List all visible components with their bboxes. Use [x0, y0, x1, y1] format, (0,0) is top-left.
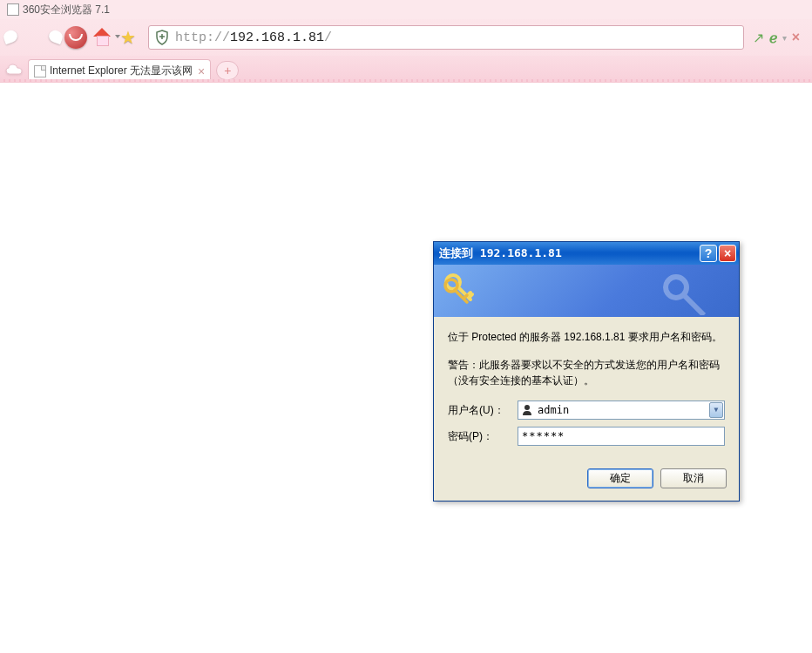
- home-dropdown-icon[interactable]: [115, 35, 120, 38]
- url-text[interactable]: http:// 192.168.1.81 /: [175, 30, 332, 45]
- new-tab-button[interactable]: +: [216, 61, 239, 80]
- page-icon: [34, 65, 46, 77]
- dialog-message-2: 警告：此服务器要求以不安全的方式发送您的用户名和密码（没有安全连接的基本认证）。: [448, 357, 725, 388]
- stop-icon[interactable]: ×: [792, 30, 800, 45]
- username-row: 用户名(U)： admin ▼: [448, 401, 725, 420]
- cancel-button[interactable]: 取消: [660, 468, 727, 488]
- username-combobox[interactable]: admin ▼: [518, 401, 725, 420]
- engine-dropdown-icon[interactable]: ▾: [782, 33, 787, 43]
- password-row: 密码(P)：: [448, 427, 725, 446]
- url-protocol: http://: [175, 30, 230, 45]
- password-label: 密码(P)：: [448, 428, 518, 444]
- new-tab-plus-icon: +: [224, 64, 231, 77]
- dialog-button-bar: 确定 取消: [434, 463, 739, 501]
- username-label: 用户名(U)：: [448, 402, 518, 418]
- app-icon: [7, 3, 19, 16]
- banner-bg-icon: [660, 272, 721, 317]
- forward-wing-icon[interactable]: [35, 27, 61, 48]
- dialog-body: 位于 Protected 的服务器 192.168.1.81 要求用户名和密码。…: [434, 317, 739, 463]
- browser-title-bar: 360安全浏览器 7.1: [0, 0, 812, 19]
- home-icon[interactable]: [91, 26, 113, 49]
- url-host: 192.168.1.81: [230, 30, 324, 45]
- browser-chrome: 360安全浏览器 7.1 ★ http:// 192.168.1.81: [0, 0, 812, 83]
- back-wing-icon[interactable]: [5, 27, 31, 48]
- toolbar-right-icons: ↗ ℯ ▾ ×: [753, 30, 807, 46]
- keys-icon: [443, 272, 481, 313]
- cloud-sync-icon[interactable]: [3, 59, 24, 80]
- browser-toolbar: ★ http:// 192.168.1.81 / ↗ ℯ ▾ ×: [0, 19, 812, 56]
- combo-dropdown-icon[interactable]: ▼: [709, 402, 723, 418]
- dialog-title: 连接到 192.168.1.81: [439, 246, 698, 261]
- window-title: 360安全浏览器 7.1: [23, 3, 110, 17]
- dialog-message-1: 位于 Protected 的服务器 192.168.1.81 要求用户名和密码。: [448, 329, 725, 345]
- tab-bar: Internet Explorer 无法显示该网 × +: [0, 56, 812, 82]
- dialog-close-button[interactable]: ×: [719, 245, 736, 262]
- address-bar[interactable]: http:// 192.168.1.81 /: [148, 25, 744, 50]
- dialog-banner: [434, 265, 739, 317]
- tab-title: Internet Explorer 无法显示该网: [50, 64, 193, 78]
- auth-dialog: 连接到 192.168.1.81 ? × 位于 Protected 的服务器 1…: [433, 241, 740, 502]
- svg-point-3: [524, 405, 530, 410]
- tab-close-icon[interactable]: ×: [198, 64, 205, 78]
- url-path: /: [324, 30, 332, 45]
- username-value: admin: [538, 402, 569, 418]
- share-icon[interactable]: ↗: [753, 30, 764, 46]
- person-icon: [520, 403, 534, 417]
- password-input[interactable]: [518, 427, 725, 446]
- security-shield-icon[interactable]: [152, 28, 172, 47]
- help-button[interactable]: ?: [700, 245, 717, 262]
- record-icon[interactable]: [64, 26, 87, 49]
- browser-engine-icon[interactable]: ℯ: [769, 30, 777, 46]
- ok-button[interactable]: 确定: [587, 468, 653, 488]
- dialog-titlebar[interactable]: 连接到 192.168.1.81 ? ×: [434, 242, 739, 265]
